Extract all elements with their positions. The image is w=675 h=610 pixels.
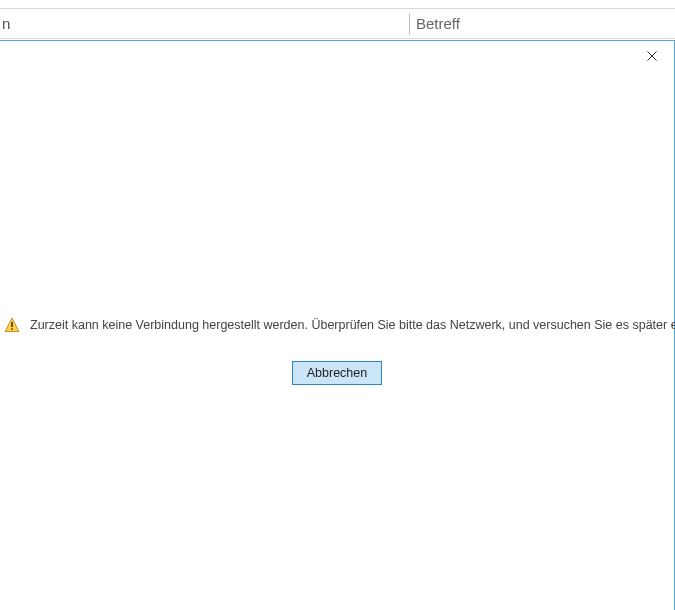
button-row: Abbrechen — [0, 361, 674, 385]
column-header-subject[interactable]: Betreff — [410, 9, 675, 38]
close-icon — [647, 51, 657, 61]
error-message-text: Zurzeit kann keine Verbindung hergestell… — [30, 318, 675, 332]
dialog-body: Zurzeit kann keine Verbindung hergestell… — [0, 71, 674, 385]
dialog-titlebar — [0, 41, 674, 71]
table-header-row: n Betreff — [0, 8, 675, 39]
column-header-subject-label: Betreff — [416, 15, 460, 32]
column-header-left-label: n — [2, 15, 10, 32]
close-button[interactable] — [630, 41, 674, 71]
connection-error-dialog: Zurzeit kann keine Verbindung hergestell… — [0, 40, 675, 610]
column-header-left[interactable]: n — [0, 9, 409, 38]
svg-rect-4 — [11, 328, 13, 330]
message-row: Zurzeit kann keine Verbindung hergestell… — [0, 317, 674, 333]
cancel-button[interactable]: Abbrechen — [292, 361, 382, 385]
warning-icon — [4, 317, 20, 333]
svg-rect-3 — [11, 322, 13, 327]
